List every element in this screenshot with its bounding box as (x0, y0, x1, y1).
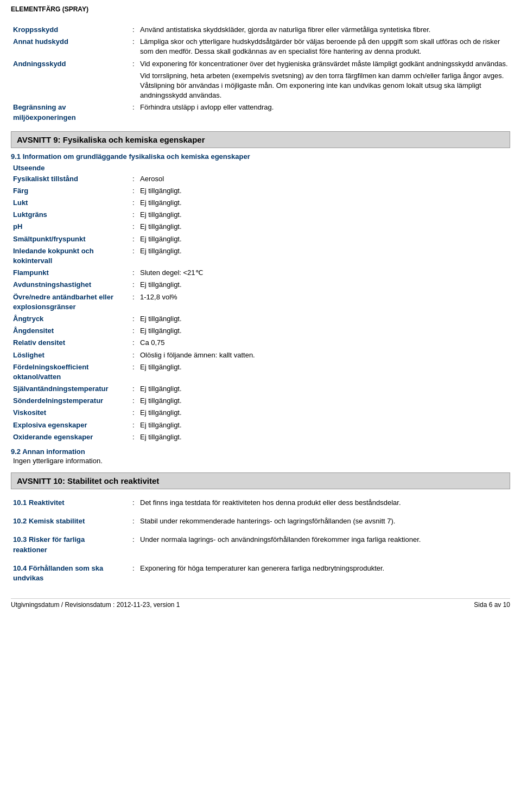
table-row-viskositet: Viskositet : Ej tillgängligt. (11, 407, 510, 419)
prop-colon: : (130, 101, 138, 123)
prop-colon: : (130, 267, 138, 279)
utseende-label: Utseende (11, 163, 510, 173)
section10-title: AVSNITT 10: Stabilitet och reaktivitet (17, 476, 159, 485)
table-row-avdunst: Avdunstningshastighet : Ej tillgängligt. (11, 279, 510, 291)
prop-value-note: Vid torrslipning, heta arbeten (exempelv… (138, 70, 510, 102)
section9-title: AVSNITT 9: Fysikaliska och kemiska egens… (17, 135, 205, 144)
prop-label-risker: 10.3 Risker för farliga reaktioner (11, 530, 130, 559)
prop-label-reaktivitet: 10.1 Reaktivitet (11, 494, 130, 512)
prop-value-loslighet: Olöslig i följande ämnen: kallt vatten. (138, 349, 510, 361)
prop-label-angtryck: Ångtryck (11, 313, 130, 325)
prop-label-viskositet: Viskositet (11, 407, 130, 419)
prop-value-miljo: Förhindra utsläpp i avlopp eller vattend… (138, 101, 510, 123)
table-row-farg: Färg : Ej tillgängligt. (11, 185, 510, 197)
prop-label-luktgrans: Luktgräns (11, 209, 130, 221)
prop-label-smaltpunkt: Smältpunkt/fryspunkt (11, 233, 130, 245)
prop-label-avdunst: Avdunstningshastighet (11, 279, 130, 291)
prop-value-fysikaliskt: Aerosol (138, 173, 510, 185)
prop-value-relativ: Ca 0,75 (138, 337, 510, 349)
prop-colon: : (130, 233, 138, 245)
prop-colon: : (130, 221, 138, 233)
prop-value-reaktivitet: Det finns inga testdata för reaktivitete… (138, 494, 510, 512)
prop-value-explosions: 1-12,8 vol% (138, 291, 510, 313)
prop-colon: : (130, 337, 138, 349)
annan-info-text: Ingen ytterligare information. (11, 457, 510, 465)
prop-value-oxiderande: Ej tillgängligt. (138, 431, 510, 443)
page-footer: Utgivningsdatum / Revisionsdatum : 2012-… (11, 598, 510, 609)
section10-properties-table: 10.1 Reaktivitet : Det finns inga testda… (11, 494, 510, 587)
prop-label-relativ: Relativ densitet (11, 337, 130, 349)
prop-label-explosions: Övre/nedre antändbarhet eller explosions… (11, 291, 130, 313)
section9-header: AVSNITT 9: Fysikaliska och kemiska egens… (11, 131, 510, 148)
prop-colon: : (130, 530, 138, 559)
prop-colon: : (130, 245, 138, 267)
prop-colon: : (130, 349, 138, 361)
prop-value-kroppsskydd: Använd antistatiska skyddskläder, gjorda… (138, 24, 510, 36)
section9-properties-table: Fysikaliskt tillstånd : Aerosol Färg : E… (11, 173, 510, 443)
subsection91-title: 9.1 Information om grundläggande fysikal… (11, 152, 250, 161)
table-row: Begränsning av miljöexponeringen : Förhi… (11, 101, 510, 123)
footer-right: Sida 6 av 10 (474, 601, 510, 609)
prop-label-fordelnings: Fördelningskoefficient oktanol/vatten (11, 361, 130, 383)
prop-colon: : (130, 279, 138, 291)
table-row-ph: pH : Ej tillgängligt. (11, 221, 510, 233)
prop-label-andningsskydd: Andningsskydd (11, 58, 130, 70)
prop-label-loslighet: Löslighet (11, 349, 130, 361)
table-row-lukt: Lukt : Ej tillgängligt. (11, 197, 510, 209)
prop-value-explosiva: Ej tillgängligt. (138, 419, 510, 431)
intro-properties-table: Kroppsskydd : Använd antistatiska skydds… (11, 24, 510, 124)
prop-value-angtryck: Ej tillgängligt. (138, 313, 510, 325)
section10-header: AVSNITT 10: Stabilitet och reaktivitet (11, 472, 510, 489)
table-row-smaltpunkt: Smältpunkt/fryspunkt : Ej tillgängligt. (11, 233, 510, 245)
prop-label-forhallanden: 10.4 Förhållanden som ska undvikas (11, 559, 130, 587)
table-row-explosiva: Explosiva egenskaper : Ej tillgängligt. (11, 419, 510, 431)
table-row: Annat hudskydd : Lämpliga skor och ytter… (11, 36, 510, 57)
prop-label-empty (11, 70, 130, 102)
table-row-fysikaliskt: Fysikaliskt tillstånd : Aerosol (11, 173, 510, 185)
annan-info-content: Ingen ytterligare information. (13, 457, 103, 465)
prop-colon: : (130, 209, 138, 221)
prop-colon: : (130, 361, 138, 383)
prop-label-hudskydd: Annat hudskydd (11, 36, 130, 57)
prop-label-miljo: Begränsning av miljöexponeringen (11, 101, 130, 123)
prop-colon: : (130, 185, 138, 197)
table-row: Andningsskydd : Vid exponering för konce… (11, 58, 510, 70)
prop-value-smaltpunkt: Ej tillgängligt. (138, 233, 510, 245)
prop-value-sjalv: Ej tillgängligt. (138, 383, 510, 395)
prop-label-explosiva: Explosiva egenskaper (11, 419, 130, 431)
page-header: ELEMENTFÄRG (SPRAY) (11, 5, 510, 13)
table-row-kokpunkt: Inledande kokpunkt och kokintervall : Ej… (11, 245, 510, 267)
subsection92-title: 9.2 Annan information (11, 447, 85, 456)
prop-value-hudskydd: Lämpliga skor och ytterligare hudskyddså… (138, 36, 510, 57)
prop-colon: : (130, 419, 138, 431)
prop-value-kokpunkt: Ej tillgängligt. (138, 245, 510, 267)
prop-value-avdunst: Ej tillgängligt. (138, 279, 510, 291)
prop-value-kemisk: Stabil under rekommenderade hanterings- … (138, 512, 510, 530)
prop-label-kemisk: 10.2 Kemisk stabilitet (11, 512, 130, 530)
prop-value-flampunkt: Sluten degel: <21℃ (138, 267, 510, 279)
prop-label-lukt: Lukt (11, 197, 130, 209)
prop-label-flampunkt: Flampunkt (11, 267, 130, 279)
prop-label-kroppsskydd: Kroppsskydd (11, 24, 130, 36)
prop-colon: : (130, 24, 138, 36)
table-row-angdensitet: Ångdensitet : Ej tillgängligt. (11, 325, 510, 337)
table-row-relativ: Relativ densitet : Ca 0,75 (11, 337, 510, 349)
table-row: Kroppsskydd : Använd antistatiska skydds… (11, 24, 510, 36)
prop-value-forhallanden: Exponering för höga temperaturer kan gen… (138, 559, 510, 587)
table-row-flampunkt: Flampunkt : Sluten degel: <21℃ (11, 267, 510, 279)
footer-left: Utgivningsdatum / Revisionsdatum : 2012-… (11, 601, 180, 609)
prop-colon: : (130, 58, 138, 70)
table-row-angtryck: Ångtryck : Ej tillgängligt. (11, 313, 510, 325)
table-row-note: Vid torrslipning, heta arbeten (exempelv… (11, 70, 510, 102)
prop-label-ph: pH (11, 221, 130, 233)
prop-colon: : (130, 395, 138, 407)
prop-label-fysikaliskt: Fysikaliskt tillstånd (11, 173, 130, 185)
table-row-reaktivitet: 10.1 Reaktivitet : Det finns inga testda… (11, 494, 510, 512)
prop-label-sjalv: Självantändningstemperatur (11, 383, 130, 395)
prop-colon: : (130, 36, 138, 57)
prop-value-fordelnings: Ej tillgängligt. (138, 361, 510, 383)
prop-value-sonder: Ej tillgängligt. (138, 395, 510, 407)
table-row-explosions: Övre/nedre antändbarhet eller explosions… (11, 291, 510, 313)
subsection92-header: 9.2 Annan information (11, 447, 510, 456)
table-row-forhallanden: 10.4 Förhållanden som ska undvikas : Exp… (11, 559, 510, 587)
